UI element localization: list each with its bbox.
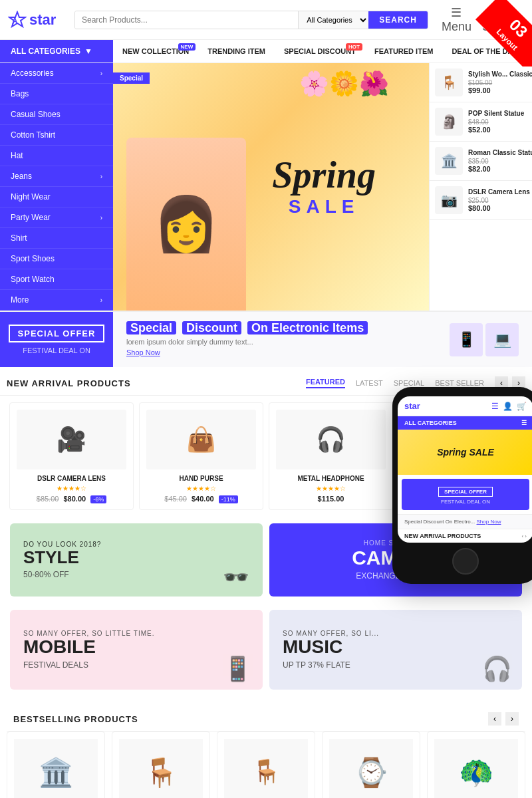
- promo-banner-style[interactable]: DO YOU LOOK 2018? STYLE 50-80% OFF 🕶️: [10, 523, 263, 597]
- nav-featured[interactable]: FEATURED ITEM: [365, 41, 442, 62]
- phone-new-arrivals-header: NEW ARRIVAL PRODUCTS ‹ ›: [398, 529, 532, 543]
- bs-product-2[interactable]: 🪑: [217, 732, 315, 798]
- right-panel-info-3: DSLR Camera Lens $25.00 $80.00: [468, 188, 530, 212]
- phone-discount-text: Special Discount On Electro...: [404, 519, 475, 525]
- phone-nav-arrows: ‹ ›: [521, 533, 527, 539]
- product-old-price-1: $45.00: [164, 495, 187, 503]
- sidebar-item-hat[interactable]: Hat: [0, 146, 113, 166]
- bs-product-0[interactable]: 🏛️: [7, 732, 105, 798]
- right-panel-item-1[interactable]: 🗿 POP Silent Statue $48.00 $52.00: [430, 102, 532, 142]
- bestselling-next-btn[interactable]: ›: [505, 712, 519, 726]
- search-button[interactable]: SEARCH: [368, 11, 428, 29]
- logo[interactable]: A star: [8, 11, 68, 29]
- sidebar-hat-label: Hat: [11, 151, 23, 160]
- hero-banner[interactable]: 🌸🌼🌺 👩 Spring SALE Special: [113, 63, 429, 311]
- special-offer-left[interactable]: SPECIAL OFFER FESTIVAL DEAL ON: [0, 312, 113, 367]
- music-title: MUSIC: [283, 637, 509, 658]
- sidebar-item-jeans[interactable]: Jeans ›: [0, 166, 113, 187]
- layout-badge: 03 Layout: [466, 0, 532, 66]
- mobile-banner-mobile[interactable]: SO MANY OFFER, SO LITTLE TIME. MOBILE FE…: [10, 610, 263, 690]
- tab-latest[interactable]: LATEST: [356, 379, 383, 387]
- sidebar-item-sport-watch[interactable]: Sport Watch: [0, 269, 113, 290]
- chevron-down-icon: ▼: [84, 47, 92, 56]
- bs-product-1[interactable]: 🪑: [112, 732, 210, 798]
- phone-header: star ☰ 👤 🛒: [398, 396, 532, 416]
- product-new-price-1: $40.00: [192, 495, 214, 503]
- promo-style-sub: 50-80% OFF: [23, 570, 249, 579]
- product-card-0[interactable]: 🎥 DSLR CAMERA LENS ★★★★☆ $85.00 $80.00 -…: [9, 402, 134, 510]
- phone-screen: star ☰ 👤 🛒 ALL CATEGORIES ☰ Spring SALE …: [398, 396, 532, 543]
- product-price-2: $115.00: [276, 495, 386, 503]
- phone-shop-now[interactable]: Shop Now: [477, 519, 501, 525]
- sidebar-item-night-wear[interactable]: Night Wear: [0, 187, 113, 207]
- new-arrival-section: NEW ARRIVAL PRODUCTS FEATURED LATEST SPE…: [0, 367, 532, 517]
- right-panel-item-0[interactable]: 🪑 Stylish Wo... Classic Ch... $105.00 $9…: [430, 63, 532, 102]
- sidebar-item-sport-shoes[interactable]: Sport Shoes: [0, 249, 113, 269]
- phone-new-arrivals-label: NEW ARRIVAL PRODUCTS: [404, 533, 481, 539]
- bs-img-1: 🪑: [119, 739, 203, 798]
- phone-categories-label: ALL CATEGORIES: [404, 420, 457, 426]
- product-badge-1: -11%: [219, 495, 238, 503]
- bestselling-prev-btn[interactable]: ‹: [488, 712, 501, 726]
- menu-icon: ☰: [451, 5, 462, 20]
- chevron-right-icon-jeans: ›: [100, 173, 102, 180]
- product-card-2[interactable]: 🎧 METAL HEADPHONE ★★★★☆ $115.00: [269, 402, 393, 510]
- bs-img-0: 🏛️: [14, 739, 98, 798]
- bs-img-2: 🪑: [224, 739, 308, 798]
- mobile-banner-music[interactable]: SO MANY OFFER, SO LI... MUSIC UP TP 37% …: [269, 610, 522, 690]
- hero-model: 👩: [126, 138, 246, 311]
- shop-now-link[interactable]: Shop Now: [126, 348, 160, 356]
- right-panel: 🪑 Stylish Wo... Classic Ch... $105.00 $9…: [429, 63, 532, 311]
- right-panel-price-old-3: $25.00: [468, 197, 530, 204]
- product-stars-1: ★★★★☆: [146, 485, 256, 492]
- bestselling-nav: ‹ ›: [488, 712, 519, 726]
- special-discount-text: Special Discount On Electronic Items lor…: [126, 321, 436, 358]
- phone-home-button: [452, 548, 479, 575]
- all-categories-btn[interactable]: ALL CATEGORIES ▼: [0, 40, 113, 63]
- header: A star All Categories SEARCH ☰ Menu 🎧 Su…: [0, 0, 532, 40]
- sidebar-item-more[interactable]: More ›: [0, 290, 113, 311]
- product-name-0: DSLR CAMERA LENS: [17, 475, 126, 482]
- right-panel-price-new-3: $80.00: [468, 204, 530, 212]
- nav-featured-label: FEATURED ITEM: [374, 47, 433, 55]
- search-input[interactable]: [75, 11, 298, 29]
- nav-new-collection[interactable]: NEW COLLECTION NEW: [113, 41, 198, 62]
- tab-special[interactable]: SPECIAL: [394, 379, 424, 387]
- nav-bar: ALL CATEGORIES ▼ NEW COLLECTION NEW TREN…: [0, 40, 532, 63]
- offer-box-label: SPECIAL OFFER: [9, 325, 105, 342]
- sidebar-item-party-wear[interactable]: Party Wear ›: [0, 207, 113, 228]
- right-panel-info-1: POP Silent Statue $48.00 $52.00: [468, 110, 524, 134]
- sidebar-item-shirt[interactable]: Shirt: [0, 228, 113, 249]
- right-panel-item-2[interactable]: 🏛️ Roman Classic Statue $35.00 $82.00: [430, 142, 532, 181]
- product-name-1: HAND PURSE: [146, 475, 256, 482]
- category-select[interactable]: All Categories: [298, 11, 368, 29]
- bs-product-4[interactable]: 🦚: [427, 732, 525, 798]
- right-panel-info-2: Roman Classic Statue $35.00 $82.00: [468, 149, 532, 173]
- right-panel-item-3[interactable]: 📷 DSLR Camera Lens $25.00 $80.00: [430, 181, 532, 220]
- phone-hero-banner: Spring SALE: [398, 430, 532, 475]
- sidebar-item-casual-shoes[interactable]: Casual Shoes: [0, 104, 113, 125]
- hero-special-tag: Special: [113, 72, 150, 84]
- tab-best-seller[interactable]: BEST SELLER: [435, 379, 484, 387]
- nav-trending[interactable]: TRENDING ITEM: [198, 41, 275, 62]
- sidebar-item-bags[interactable]: Bags: [0, 84, 113, 104]
- festival-label: FESTIVAL DEAL ON: [23, 346, 90, 354]
- right-panel-price-new-0: $99.00: [468, 86, 532, 94]
- right-panel-img-2: 🏛️: [435, 147, 463, 175]
- nav-special-discount[interactable]: SPECIAL DISCOUNT HOT: [275, 41, 365, 62]
- hero-flowers-decoration: 🌸🌼🌺: [299, 70, 389, 98]
- nav-all-categories-label: ALL CATEGORIES: [11, 47, 80, 56]
- bs-product-3[interactable]: ⌚: [322, 732, 420, 798]
- right-panel-price-old-0: $105.00: [468, 79, 532, 86]
- phone-special-offer: SPECIAL OFFER FESTIVAL DEAL ON: [402, 479, 529, 510]
- product-card-1[interactable]: 👜 HAND PURSE ★★★★☆ $45.00 $40.00 -11%: [139, 402, 263, 510]
- special-heading: Special Discount On Electronic Items: [126, 321, 436, 335]
- sidebar-sport-watch-label: Sport Watch: [11, 275, 55, 284]
- sidebar-item-cotton-tshirt[interactable]: Cotton Tshirt: [0, 125, 113, 146]
- layout-number: 03: [486, 0, 532, 61]
- phone-mockup: star ☰ 👤 🛒 ALL CATEGORIES ☰ Spring SALE …: [392, 387, 532, 584]
- special-strip: SPECIAL OFFER FESTIVAL DEAL ON Special D…: [0, 311, 532, 367]
- product-name-2: METAL HEADPHONE: [276, 475, 386, 482]
- tab-featured[interactable]: FEATURED: [306, 378, 345, 388]
- sidebar-item-accessories[interactable]: Accessories ›: [0, 63, 113, 84]
